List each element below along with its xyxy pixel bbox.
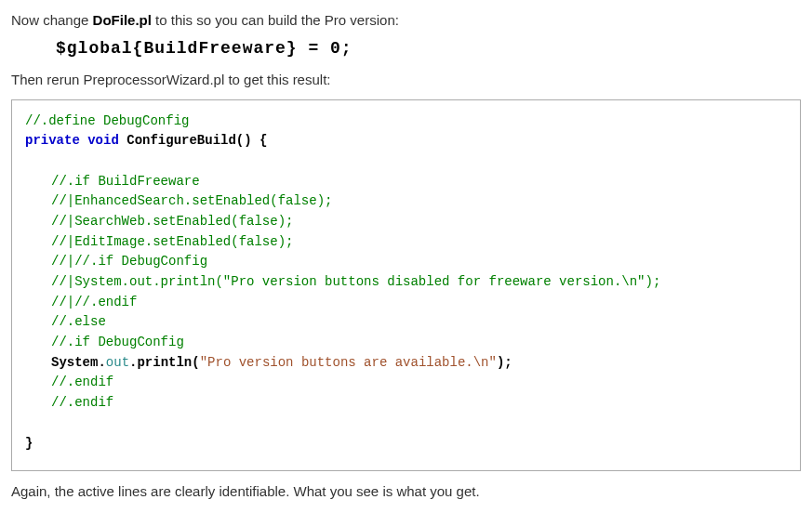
code-token-println: println: [137, 355, 192, 370]
code-line: //|EditImage.setEnabled(false);: [51, 234, 293, 249]
intro-after: to this so you can build the Pro version…: [152, 12, 399, 28]
code-close-brace: }: [25, 436, 33, 451]
code-line: //|//.if DebugConfig: [51, 254, 207, 269]
code-line: //|SearchWeb.setEnabled(false);: [51, 214, 293, 229]
code-line: //.endif: [51, 375, 113, 389]
code-line: //.else: [51, 314, 106, 329]
code-line: //.endif: [51, 395, 113, 410]
code-line: //.if DebugConfig: [51, 335, 184, 349]
code-keyword-void: void: [87, 133, 119, 148]
code-token-out: out: [106, 355, 129, 370]
code-method-name: ConfigureBuild: [126, 133, 236, 148]
code-line: //.define DebugConfig: [25, 113, 189, 128]
intro-before: Now change: [11, 12, 93, 28]
code-token-system: System: [51, 355, 98, 370]
code-line: //|EnhancedSearch.setEnabled(false);: [51, 193, 332, 208]
code-parens-brace: () {: [236, 133, 268, 148]
code-keyword-private: private: [25, 133, 80, 148]
global-code-line: $global{BuildFreeware} = 0;: [56, 39, 801, 58]
code-line: //|//.endif: [51, 295, 137, 309]
code-token-dot: .: [98, 355, 105, 370]
code-token-close: );: [497, 355, 512, 370]
code-token-paren: (: [192, 355, 199, 370]
outro-paragraph: Again, the active lines are clearly iden…: [11, 482, 801, 501]
intro-filename: DoFile.pl: [93, 12, 152, 28]
rerun-paragraph: Then rerun PreprocessorWizard.pl to get …: [11, 71, 801, 89]
intro-paragraph: Now change DoFile.pl to this so you can …: [11, 11, 801, 30]
code-string-literal: "Pro version buttons are available.\n": [200, 355, 497, 370]
code-line: //|System.out.println("Pro version butto…: [51, 274, 660, 289]
code-block: //.define DebugConfig private void Confi…: [11, 99, 801, 472]
code-line: //.if BuildFreeware: [51, 174, 200, 189]
